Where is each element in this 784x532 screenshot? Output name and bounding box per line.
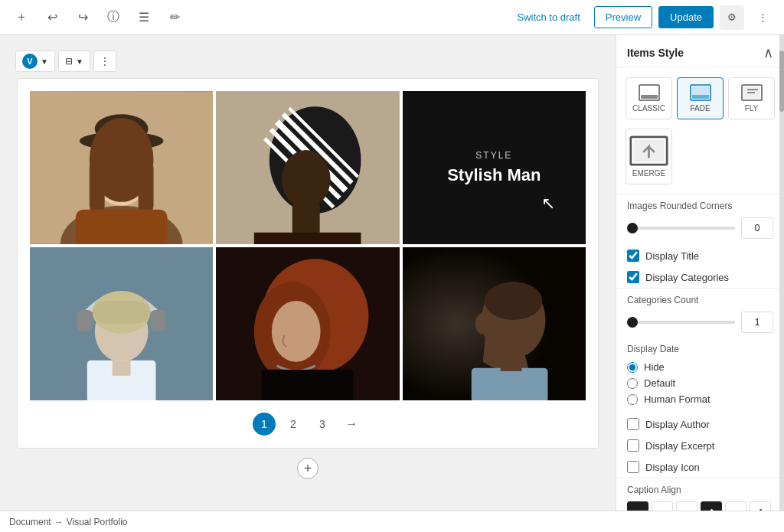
svg-point-30 xyxy=(272,301,321,362)
next-page-button[interactable]: → xyxy=(340,413,363,436)
svg-rect-47 xyxy=(747,89,758,90)
display-categories-checkbox[interactable] xyxy=(627,271,639,283)
style-emerge-button[interactable]: EMERGE xyxy=(626,129,672,184)
svg-rect-26 xyxy=(113,361,131,376)
page-3-button[interactable]: 3 xyxy=(311,413,334,436)
display-icon-row: Display Icon xyxy=(616,456,784,478)
panel-scrollbar-thumb xyxy=(779,51,784,112)
update-button[interactable]: Update xyxy=(658,6,714,28)
display-title-checkbox[interactable] xyxy=(627,250,639,262)
breadcrumb-separator: → xyxy=(54,517,64,527)
pagination: 1 2 3 → xyxy=(30,413,586,436)
style-fade-button[interactable]: FADE xyxy=(677,77,724,119)
page-2-button[interactable]: 2 xyxy=(282,413,305,436)
svg-rect-21 xyxy=(151,310,166,331)
date-hide-row: Hide xyxy=(627,359,773,375)
categories-count-slider[interactable] xyxy=(627,321,735,324)
display-categories-label: Display Categories xyxy=(645,272,729,283)
settings-button[interactable]: ⚙ xyxy=(720,5,744,30)
align-left-button[interactable]: ≡ xyxy=(627,501,648,511)
svg-rect-32 xyxy=(262,370,354,400)
portfolio-image-1 xyxy=(30,91,213,244)
portfolio-image-6 xyxy=(403,247,586,400)
switch-draft-button[interactable]: Switch to draft xyxy=(509,7,587,28)
block-type-button[interactable]: V ▼ xyxy=(15,51,55,72)
portfolio-image-2 xyxy=(216,91,399,244)
categories-count-input[interactable]: 1 xyxy=(741,312,773,333)
panel-close-button[interactable]: ∧ xyxy=(763,46,773,60)
svg-rect-6 xyxy=(90,160,105,214)
align-top-button[interactable]: ⬆ xyxy=(701,501,722,511)
more-options-button[interactable]: ⋮ xyxy=(750,5,775,30)
style-overlay: STYLE Stylish Man xyxy=(403,91,586,244)
display-title-label: Display Title xyxy=(645,250,699,262)
svg-point-37 xyxy=(475,313,490,335)
display-date-section: Display Date Hide Default Human Format xyxy=(616,339,784,409)
display-author-row: Display Author xyxy=(616,413,784,435)
panel-title: Items Style xyxy=(627,47,684,59)
grid-item[interactable] xyxy=(30,91,213,244)
add-block-button[interactable]: + xyxy=(297,458,318,479)
panel-scrollbar[interactable] xyxy=(779,35,784,511)
portfolio-block: STYLE Stylish Man ↖ xyxy=(17,78,599,449)
rounded-corners-slider[interactable] xyxy=(627,227,735,230)
svg-rect-8 xyxy=(76,210,168,244)
grid-item[interactable] xyxy=(403,247,586,400)
svg-rect-44 xyxy=(692,95,709,99)
preview-button[interactable]: Preview xyxy=(594,6,652,28)
display-categories-row: Display Categories xyxy=(616,266,784,288)
grid-item[interactable] xyxy=(216,91,399,244)
redo-button[interactable]: ↪ xyxy=(70,5,95,30)
panel-wrapper: Items Style ∧ CLASSIC xyxy=(616,35,784,511)
fly-icon xyxy=(741,84,763,101)
display-excerpt-label: Display Excerpt xyxy=(645,440,714,452)
panel-header: Items Style ∧ xyxy=(616,35,784,68)
photo-svg-5 xyxy=(216,247,399,400)
svg-rect-48 xyxy=(747,92,755,93)
page-1-button[interactable]: 1 xyxy=(253,413,276,436)
display-title-row: Display Title xyxy=(616,245,784,266)
svg-rect-18 xyxy=(254,233,361,244)
breadcrumb-document: Document xyxy=(9,517,51,527)
portfolio-image-5 xyxy=(216,247,399,400)
align-center-button[interactable]: ≡ xyxy=(652,501,673,511)
rounded-corners-input[interactable]: 0 xyxy=(741,217,773,239)
align-middle-button[interactable]: ↕ xyxy=(725,501,746,511)
grid-item[interactable] xyxy=(30,247,213,400)
add-block-toolbar-button[interactable]: ＋ xyxy=(9,5,34,30)
editor-area: V ▼ ⊟ ▼ ⋮ xyxy=(0,35,616,511)
slider-row: 0 xyxy=(627,217,773,239)
grid-item[interactable] xyxy=(216,247,399,400)
display-author-label: Display Author xyxy=(645,419,710,430)
block-more-button[interactable]: ⋮ xyxy=(93,51,116,72)
style-fly-button[interactable]: FLY xyxy=(728,77,775,119)
style-text-label: STYLE xyxy=(475,150,512,161)
top-toolbar: ＋ ↩ ↪ ⓘ ☰ ✏ Switch to draft Preview Upda… xyxy=(0,0,784,35)
fade-icon xyxy=(690,84,711,101)
info-button[interactable]: ⓘ xyxy=(101,5,126,30)
style-fade-label: FADE xyxy=(690,104,710,113)
display-excerpt-checkbox[interactable] xyxy=(627,439,639,452)
breadcrumb-bar: Document → Visual Portfolio xyxy=(0,511,784,532)
tools-button[interactable]: ✏ xyxy=(162,5,187,30)
layout-icon: ⊟ xyxy=(65,56,73,67)
date-hide-radio[interactable] xyxy=(627,362,638,373)
display-icon-checkbox[interactable] xyxy=(627,461,639,473)
right-panel: Items Style ∧ CLASSIC xyxy=(616,35,784,511)
align-bottom-button[interactable]: ⬇ xyxy=(750,501,771,511)
list-view-button[interactable]: ☰ xyxy=(132,5,156,30)
grid-item[interactable]: STYLE Stylish Man ↖ xyxy=(403,91,586,244)
svg-rect-41 xyxy=(641,95,658,99)
display-author-checkbox[interactable] xyxy=(627,418,639,430)
style-classic-button[interactable]: CLASSIC xyxy=(626,77,672,119)
date-default-radio[interactable] xyxy=(627,378,638,389)
style-text-title: Stylish Man xyxy=(447,165,541,185)
block-layout-button[interactable]: ⊟ ▼ xyxy=(58,51,90,72)
align-right-button[interactable]: ≡ xyxy=(676,501,697,511)
date-human-radio[interactable] xyxy=(627,394,638,405)
undo-button[interactable]: ↩ xyxy=(40,5,64,30)
rounded-corners-label: Images Rounded Corners xyxy=(627,201,773,211)
photo-svg-6 xyxy=(403,247,586,400)
categories-count-section: Categories Count 1 xyxy=(616,288,784,339)
rounded-corners-section: Images Rounded Corners 0 xyxy=(616,194,784,245)
